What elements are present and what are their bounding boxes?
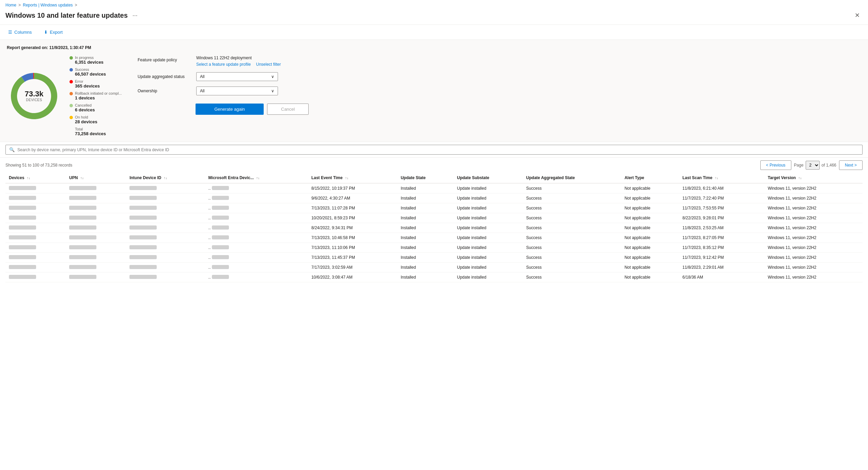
cell-update-substate: Update installed <box>454 263 523 272</box>
page-number-select[interactable]: 2 <box>806 161 820 170</box>
th-last_event[interactable]: Last Event Time ↑↓ <box>308 173 397 183</box>
cell-update-agg: Success <box>523 272 621 282</box>
next-button[interactable]: Next > <box>839 160 863 170</box>
legend-text-group: Cancelled 6 devices <box>75 103 95 112</box>
blurred-intune-id <box>129 225 157 230</box>
report-generated: Report generated on: 11/9/2023, 1:30:47 … <box>7 45 861 50</box>
table-row[interactable]: .. 7/17/2023, 3:02:59 AM Installed Updat… <box>5 263 863 272</box>
select-profile-link[interactable]: Select a feature update profile <box>196 62 251 67</box>
table-row[interactable]: .. 10/6/2022, 3:08:47 AM Installed Updat… <box>5 272 863 282</box>
action-row: Generate again Cancel <box>138 104 861 115</box>
table-row[interactable]: .. 8/15/2022, 10:19:37 PM Installed Upda… <box>5 183 863 193</box>
th-update_state: Update State <box>397 173 453 183</box>
cell-last-scan: 11/8/2023, 2:29:01 AM <box>679 263 764 272</box>
generate-button[interactable]: Generate again <box>196 104 264 115</box>
close-button[interactable]: ✕ <box>852 10 863 20</box>
table-row[interactable]: .. 7/13/2023, 11:45:37 PM Installed Upda… <box>5 253 863 263</box>
legend-count: 6,351 devices <box>75 60 104 65</box>
cell-update-substate: Update installed <box>454 223 523 233</box>
cell-update-agg: Success <box>523 193 621 203</box>
aggregated-select[interactable]: All ∨ <box>196 72 278 81</box>
blurred-intune-id <box>129 255 157 259</box>
ownership-select[interactable]: All ∨ <box>196 87 278 95</box>
cell-update-state: Installed <box>397 213 453 223</box>
cell-entra-id: .. <box>205 263 308 272</box>
unselect-filter-link[interactable]: Unselect filter <box>256 62 281 67</box>
previous-button[interactable]: < Previous <box>760 160 791 170</box>
blurred-device <box>9 235 36 239</box>
breadcrumb-home[interactable]: Home <box>5 3 16 7</box>
legend-count: 73,258 devices <box>75 131 106 136</box>
legend-count: 66,507 devices <box>75 72 106 77</box>
blurred-intune-id <box>129 206 157 210</box>
cell-last-event: 10/20/2021, 8:59:23 PM <box>308 213 397 223</box>
export-button[interactable]: ⬇ Export <box>41 28 65 36</box>
table-row[interactable]: .. 7/13/2023, 11:10:06 PM Installed Upda… <box>5 243 863 253</box>
cell-alert-type: Not applicable <box>621 193 679 203</box>
table-wrap: Devices ↑↓UPN ↑↓Intune Device ID ↑↓Micro… <box>0 173 868 282</box>
cell-update-substate: Update installed <box>454 183 523 193</box>
cell-devices <box>5 253 66 263</box>
table-row[interactable]: .. 9/6/2022, 4:30:27 AM Installed Update… <box>5 193 863 203</box>
table-row[interactable]: .. 10/20/2021, 8:59:23 PM Installed Upda… <box>5 213 863 223</box>
th-intune_id[interactable]: Intune Device ID ↑↓ <box>126 173 205 183</box>
legend-text-group: In progress 6,351 devices <box>75 56 104 65</box>
sort-icon: ↑↓ <box>27 176 30 180</box>
cancel-button[interactable]: Cancel <box>267 104 309 115</box>
th-devices[interactable]: Devices ↑↓ <box>5 173 66 183</box>
legend-color-dot <box>69 56 73 60</box>
table-row[interactable]: .. 7/13/2023, 11:07:28 PM Installed Upda… <box>5 203 863 213</box>
cell-entra-id: .. <box>205 243 308 253</box>
cell-update-substate: Update installed <box>454 253 523 263</box>
blurred-entra-id <box>212 225 229 230</box>
legend-color-dot <box>69 128 73 131</box>
cell-target-version: Windows 11, version 22H2 <box>764 193 863 203</box>
cell-update-substate: Update installed <box>454 272 523 282</box>
blurred-device <box>9 216 36 220</box>
cell-devices <box>5 183 66 193</box>
aggregated-label: Update aggregated status <box>138 72 192 79</box>
cell-last-scan: 11/8/2023, 2:53:25 AM <box>679 223 764 233</box>
table-row[interactable]: .. 7/13/2023, 10:46:58 PM Installed Upda… <box>5 233 863 243</box>
page-label: Page <box>794 163 804 168</box>
cell-intune-id <box>126 233 205 243</box>
donut-center: 73.3k DEVICES <box>25 90 43 102</box>
search-input[interactable] <box>17 147 859 152</box>
breadcrumb-reports[interactable]: Reports | Windows updates <box>23 3 73 7</box>
of-label: of 1,466 <box>822 163 836 168</box>
cell-target-version: Windows 11, version 22H2 <box>764 272 863 282</box>
columns-button[interactable]: ☰ Columns <box>5 28 34 36</box>
table-row[interactable]: .. 8/24/2022, 9:34:31 PM Installed Updat… <box>5 223 863 233</box>
more-options-icon[interactable]: ··· <box>133 12 138 19</box>
breadcrumb-sep1: > <box>18 3 21 7</box>
search-icon: 🔍 <box>9 147 15 152</box>
cell-last-event: 7/17/2023, 3:02:59 AM <box>308 263 397 272</box>
blurred-intune-id <box>129 275 157 279</box>
blurred-entra-id <box>212 216 229 220</box>
policy-value: Windows 11 22H2 deployment <box>196 56 285 60</box>
cell-upn <box>66 203 126 213</box>
legend-count: 365 devices <box>75 83 100 89</box>
cell-update-agg: Success <box>523 263 621 272</box>
blurred-device <box>9 275 36 279</box>
cell-upn <box>66 213 126 223</box>
legend-color-dot <box>69 116 73 119</box>
blurred-upn <box>69 196 96 200</box>
cell-devices <box>5 233 66 243</box>
th-last_scan[interactable]: Last Scan Time ↑↓ <box>679 173 764 183</box>
cell-update-agg: Success <box>523 233 621 243</box>
th-upn[interactable]: UPN ↑↓ <box>66 173 126 183</box>
blurred-device <box>9 225 36 230</box>
legend-item: Rollback initiated or compl... 1 devices <box>69 91 124 100</box>
legend-item: Total 73,258 devices <box>69 127 124 136</box>
cell-alert-type: Not applicable <box>621 213 679 223</box>
blurred-entra-id <box>212 265 229 269</box>
policy-label: Feature update policy <box>138 56 192 62</box>
blurred-device <box>9 206 36 210</box>
th-target_version[interactable]: Target Version ↑↓ <box>764 173 863 183</box>
cell-last-event: 10/6/2022, 3:08:47 AM <box>308 272 397 282</box>
th-entra_id[interactable]: Microsoft Entra Devic... ↑↓ <box>205 173 308 183</box>
cell-alert-type: Not applicable <box>621 203 679 213</box>
showing-text: Showing 51 to 100 of 73,258 records <box>5 163 72 168</box>
page-select: Page 2 of 1,466 <box>794 161 836 170</box>
